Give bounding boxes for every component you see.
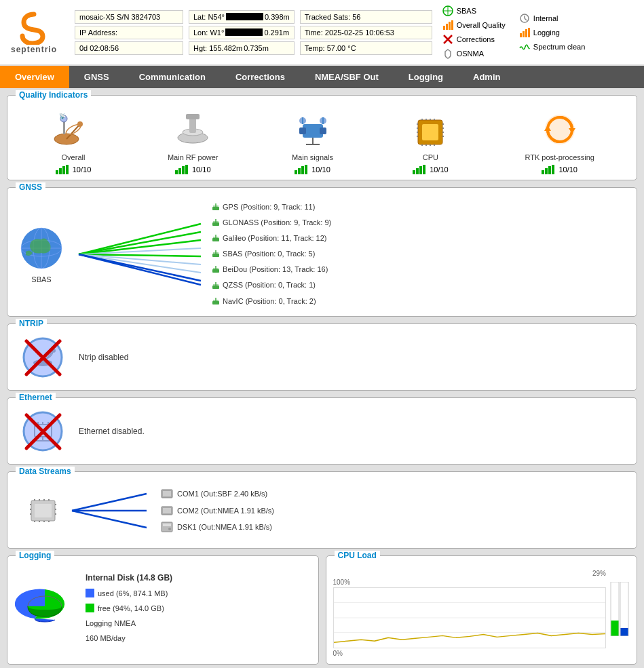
lon-cell: Lon: W1° 0.291m: [189, 26, 295, 39]
lat-masked: [226, 13, 263, 20]
gnss-beams-svg: [75, 217, 211, 292]
svg-rect-4: [446, 24, 448, 30]
quality-title: Quality Indicators: [16, 90, 91, 100]
device-info: mosaic-X5 S/N 3824703 IP Address: 0d 02:…: [75, 10, 183, 55]
signals-label: Main signals: [292, 153, 333, 161]
navic-line: NavIC (Position: 0, Track: 2): [211, 294, 331, 309]
svg-rect-105: [212, 286, 219, 289]
svg-rect-146: [163, 491, 171, 496]
lat-cell: Lat: N54° 0.398m: [189, 10, 295, 24]
ntrip-status: Ntrip disabled: [79, 353, 128, 362]
svg-rect-12: [520, 33, 522, 37]
rtk-score-text: 10/10: [558, 165, 577, 174]
quality-cpu: CPU 10/10: [406, 111, 454, 174]
nav-gnss[interactable]: GNSS: [69, 66, 124, 88]
svg-rect-25: [66, 165, 69, 174]
signals-score: 10/10: [295, 165, 330, 174]
quality-section: Quality Indicators 📡: [7, 95, 637, 180]
svg-rect-66: [416, 168, 419, 174]
globe-icon: [18, 224, 65, 272]
sbas-label: SBAS: [457, 7, 476, 15]
spectrum-clean-icon: [519, 41, 530, 52]
nav-corrections[interactable]: Corrections: [221, 66, 300, 88]
dsk1-stream: DSK1 (Out:NMEA 1.91 kB/s): [160, 519, 274, 535]
svg-line-142: [72, 494, 147, 511]
quality-grid: 📡 Overall 10/10: [14, 104, 630, 174]
svg-rect-35: [299, 127, 306, 134]
free-legend: free (94%, 14.0 GB): [86, 601, 172, 616]
svg-rect-32: [182, 166, 185, 174]
svg-rect-148: [163, 508, 171, 513]
overall-quality-icon: [442, 20, 453, 31]
svg-rect-22: [56, 170, 58, 174]
lon-label: Lon: W1°: [193, 28, 224, 37]
cpu-100-label: 100%: [333, 578, 607, 586]
svg-rect-3: [443, 26, 445, 30]
logging-label: Logging: [533, 28, 560, 37]
svg-rect-93: [212, 222, 219, 226]
gnss-globe-area: SBAS: [14, 224, 69, 283]
rf-score-text: 10/10: [192, 165, 211, 174]
svg-rect-72: [542, 170, 544, 174]
disk-label: Internal Disk (14.8 GB): [86, 570, 172, 586]
svg-rect-68: [423, 165, 425, 174]
svg-rect-45: [301, 166, 304, 174]
svg-rect-75: [552, 165, 554, 174]
svg-rect-74: [548, 166, 551, 174]
svg-text:📡: 📡: [59, 113, 66, 119]
rtk-label: RTK post-processing: [525, 153, 594, 161]
model-cell: mosaic-X5 S/N 3824703: [75, 10, 183, 24]
svg-rect-23: [59, 168, 62, 174]
cpu-chart-canvas: [333, 587, 607, 648]
septentrio-logo-icon: [16, 11, 53, 45]
svg-rect-15: [528, 28, 530, 37]
quality-rf: Main RF power 10/10: [168, 111, 219, 174]
svg-rect-108: [212, 301, 219, 304]
svg-rect-73: [545, 168, 548, 174]
gnss-content: SBAS: [14, 196, 630, 309]
gnss-beams-area: GPS (Position: 9, Track: 11) GLONASS (Po…: [75, 199, 630, 309]
gnss-section: GNSS SBAS: [7, 187, 637, 317]
svg-rect-46: [305, 165, 307, 174]
rf-score: 10/10: [175, 165, 211, 174]
logo-text: septentrio: [11, 45, 57, 54]
nav-overview[interactable]: Overview: [0, 66, 69, 88]
rtk-icon: [533, 111, 587, 150]
svg-rect-44: [298, 168, 301, 174]
cpu-score: 10/10: [413, 165, 449, 174]
nav-logging[interactable]: Logging: [394, 66, 458, 88]
sbas-icon: [442, 5, 453, 16]
svg-rect-14: [525, 29, 527, 37]
svg-rect-96: [212, 238, 219, 241]
datastreams-section: Data Streams: [7, 471, 637, 549]
indicator-sbas: SBAS: [442, 5, 506, 16]
spectrum-clean-label: Spectrum clean: [533, 43, 585, 51]
lat-label: Lat: N54°: [193, 13, 225, 21]
overall-label: Overall: [62, 153, 86, 161]
time-cell: Time: 2025-02-25 10:06:53: [300, 26, 432, 39]
svg-point-18: [77, 121, 83, 127]
svg-rect-156: [611, 621, 619, 636]
status-info: Tracked Sats: 56 Time: 2025-02-25 10:06:…: [300, 10, 432, 55]
bottom-row: Logging: [7, 555, 637, 665]
ethernet-disabled-icon: [21, 410, 65, 454]
rf-label: Main RF power: [168, 153, 219, 161]
nav-nmea-sbf[interactable]: NMEA/SBF Out: [300, 66, 394, 88]
ethernet-status: Ethernet disabled.: [79, 427, 145, 436]
logging-icon: [519, 27, 530, 38]
nav-admin[interactable]: Admin: [458, 66, 515, 88]
galileo-line: Galileo (Position: 11, Track: 12): [211, 231, 331, 246]
navbar: Overview GNSS Communication Corrections …: [0, 66, 644, 88]
gnss-satellite-list: GPS (Position: 9, Track: 11) GLONASS (Po…: [211, 199, 331, 309]
svg-rect-13: [523, 31, 525, 37]
gnss-title: GNSS: [16, 182, 45, 192]
svg-rect-43: [295, 170, 297, 174]
nav-communication[interactable]: Communication: [124, 66, 221, 88]
lat-value: 0.398m: [265, 13, 290, 21]
streams-list: COM1 (Out:SBF 2.40 kB/s) COM2 (Out:NMEA …: [160, 486, 274, 535]
svg-rect-31: [178, 168, 181, 174]
logging-title: Logging: [16, 551, 54, 560]
position-info: Lat: N54° 0.398m Lon: W1° 0.291m Hgt: 15…: [189, 10, 295, 55]
indicator-osnma: OSNMA: [442, 48, 506, 59]
cpu-bar-chart: [609, 570, 630, 636]
